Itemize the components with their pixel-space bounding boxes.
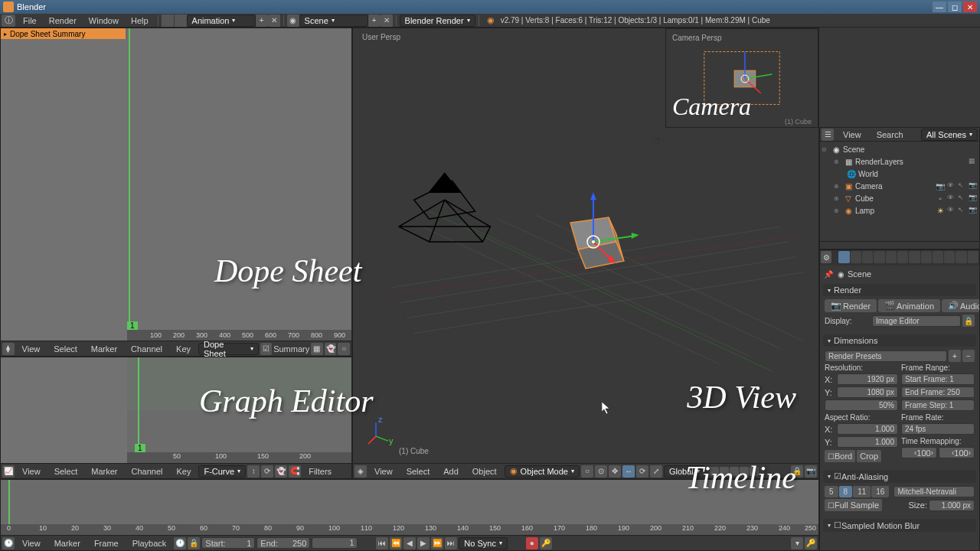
keying-dropdown-icon[interactable]: ▾ (791, 537, 803, 549)
viewport-editor-type-icon[interactable]: ◈ (354, 465, 367, 478)
render-icon[interactable]: 📷 (969, 206, 978, 215)
resolution-y-field[interactable]: 1080 px (837, 386, 898, 398)
animation-button[interactable]: 🎬Animation (878, 299, 940, 312)
pivot-icon[interactable]: ⊙ (595, 465, 607, 478)
render-presets-dropdown[interactable]: Render Presets (825, 350, 947, 362)
render-engine-dropdown[interactable]: Blender Render (400, 15, 475, 27)
timeline-menu-view[interactable]: View (16, 539, 47, 548)
tab-texture[interactable] (944, 251, 955, 263)
camera-object[interactable] (399, 173, 491, 242)
timeline-menu-marker[interactable]: Marker (48, 539, 87, 548)
graph-menu-view[interactable]: View (16, 467, 47, 476)
menu-render[interactable]: Render (43, 16, 83, 25)
tab-render[interactable] (838, 251, 849, 263)
autokey-button[interactable]: ● (526, 537, 538, 549)
dopesheet-menu-key[interactable]: Key (170, 344, 197, 354)
renderlayer-icon[interactable]: ▦ (969, 157, 978, 166)
render-button[interactable]: 📷Render (825, 299, 877, 312)
close-button[interactable]: ✕ (963, 2, 977, 12)
interaction-mode-dropdown[interactable]: ◉Object Mode (505, 465, 580, 478)
aa-5-button[interactable]: 5 (825, 486, 838, 497)
panel-dimensions[interactable]: Dimensions (823, 334, 976, 347)
panel-render[interactable]: Render (823, 284, 976, 296)
shading-mode-icon[interactable]: ○ (581, 465, 593, 478)
editor-type-icon[interactable]: ⓘ (2, 15, 15, 27)
play-reverse-button[interactable]: ◀ (403, 537, 416, 549)
resolution-pct-field[interactable]: 50% (825, 399, 898, 411)
panel-antialiasing[interactable]: ☑ Anti-Aliasing (823, 470, 976, 483)
tab-constraints[interactable] (897, 251, 908, 263)
viewport-menu-select[interactable]: Select (400, 467, 436, 476)
full-sample-checkbox[interactable]: ☐ Full Sample (825, 499, 882, 511)
aa-16-button[interactable]: 16 (871, 486, 889, 497)
display-dropdown[interactable]: Image Editor (872, 315, 961, 327)
aspect-y-field[interactable]: 1.000 (837, 436, 898, 448)
graph-filters-label[interactable]: Filters (302, 467, 338, 476)
tab-particles[interactable] (956, 251, 966, 263)
grapheditor-editor-type-icon[interactable]: 📈 (2, 465, 15, 478)
timeline-menu-playback[interactable]: Playback (126, 539, 173, 548)
graph-ghost-icon[interactable]: 👻 (275, 465, 287, 478)
maximize-button[interactable]: ◻ (948, 2, 962, 12)
prop-editor-type-icon[interactable]: ⚙ (821, 251, 831, 263)
display-lock-icon[interactable]: 🔒 (962, 315, 975, 327)
viewport-menu-view[interactable]: View (368, 467, 399, 476)
render-icon[interactable]: 📷 (969, 194, 978, 203)
jump-end-button[interactable]: ⏭ (445, 537, 457, 549)
menu-help[interactable]: Help (125, 16, 155, 25)
scale-manipulator-icon[interactable]: ⤢ (650, 465, 662, 478)
lamp-object[interactable] (654, 135, 663, 144)
border-checkbox[interactable]: ☐ Bord (825, 450, 855, 462)
timeline-editor-type-icon[interactable]: 🕐 (2, 537, 15, 549)
dopesheet-menu-channel[interactable]: Channel (125, 344, 168, 354)
tree-row-camera[interactable]: ⊕▣ Camera 📷 👁↖📷 (820, 180, 979, 192)
rotate-manipulator-icon[interactable]: ⟳ (636, 465, 648, 478)
dopesheet-mode-dropdown[interactable]: Dope Sheet (198, 343, 258, 355)
insert-keyframe-icon[interactable]: 🔑 (805, 537, 817, 549)
dopesheet-filter-icon[interactable]: ▦ (311, 343, 323, 355)
tab-physics[interactable] (968, 251, 978, 263)
start-frame-field[interactable]: Start Frame: 1 (901, 373, 975, 385)
outliner-tree[interactable]: ⊖◉ Scene ⊕▦ RenderLayers ▦ 🌐 World ⊕▣ Ca… (820, 142, 979, 218)
tree-row-renderlayers[interactable]: ⊕▦ RenderLayers ▦ (820, 155, 979, 168)
eye-icon[interactable]: 👁 (947, 206, 956, 215)
tree-row-lamp[interactable]: ⊕◉ Lamp ☀ 👁↖📷 (820, 204, 979, 217)
cursor-icon[interactable]: ↖ (958, 206, 967, 215)
outliner-editor-type-icon[interactable]: ☰ (822, 129, 834, 141)
aspect-x-field[interactable]: 1.000 (837, 423, 898, 435)
tab-object[interactable] (886, 251, 897, 263)
dopesheet-summary-row[interactable]: Dope Sheet Summary (1, 28, 126, 39)
camera-preview-viewport[interactable]: Camera Persp Camera (1) Cube (665, 28, 818, 128)
aa-8-button[interactable]: 8 (839, 486, 853, 497)
graph-menu-key[interactable]: Key (170, 467, 197, 476)
outliner-editor[interactable]: ☰ View Search All Scenes ⊖◉ Scene ⊕▦ Ren… (819, 127, 980, 249)
translate-manipulator-icon[interactable]: ↔ (622, 465, 635, 478)
graph-autonorm-icon[interactable]: ⟳ (261, 465, 273, 478)
tree-row-world[interactable]: 🌐 World (820, 168, 979, 180)
dopesheet-ghost-icon[interactable]: 👻 (325, 343, 337, 355)
scene-browse-button[interactable]: ◉ (287, 15, 299, 27)
tree-row-cube[interactable]: ⊕▽ Cube ▫ 👁↖📷 (820, 192, 979, 204)
timeline-ruler[interactable]: 0 10 20 30 40 50 60 70 80 90 100 110 120… (1, 524, 818, 535)
render-icon[interactable]: 📷 (969, 181, 978, 191)
end-frame-input[interactable]: End:250 (256, 537, 310, 549)
lock-range-icon[interactable]: 🔒 (188, 537, 200, 549)
pin-icon[interactable]: 📌 (823, 269, 834, 279)
graph-mode-dropdown[interactable]: F-Curve (198, 465, 246, 478)
tab-scene[interactable] (862, 251, 873, 263)
tree-row-scene[interactable]: ⊖◉ Scene (820, 143, 979, 155)
cube-object[interactable] (570, 217, 624, 269)
manipulator-toggle-icon[interactable]: ✥ (609, 465, 621, 478)
scene-add-button[interactable]: + (368, 15, 381, 27)
cursor-icon[interactable]: ↖ (958, 181, 967, 191)
frame-step-field[interactable]: Frame Step: 1 (901, 399, 975, 411)
preset-add-button[interactable]: + (949, 350, 961, 362)
resolution-x-field[interactable]: 1920 px (837, 373, 898, 385)
graph-menu-select[interactable]: Select (48, 467, 84, 476)
tab-modifiers[interactable] (909, 251, 920, 263)
layout-prev-button[interactable] (162, 15, 174, 27)
dopesheet-menu-view[interactable]: View (16, 344, 47, 354)
menu-window[interactable]: Window (83, 16, 125, 25)
layout-add-button[interactable]: + (256, 15, 268, 27)
keyframe-next-button[interactable]: ⏩ (431, 537, 443, 549)
